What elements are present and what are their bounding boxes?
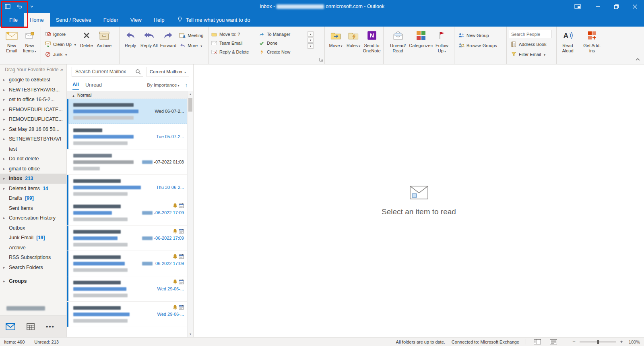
- categorize-button[interactable]: Categorize: [410, 28, 432, 58]
- zoom-in-button[interactable]: +: [619, 339, 624, 345]
- folder-item[interactable]: Outbox: [0, 223, 66, 233]
- tab-view[interactable]: View: [124, 13, 148, 27]
- new-email-button[interactable]: New Email: [3, 28, 21, 58]
- more-modules-icon[interactable]: [46, 323, 55, 330]
- clean-up-button[interactable]: Clean Up: [43, 40, 78, 48]
- search-scope-dropdown[interactable]: Current Mailbox: [147, 67, 189, 77]
- folder-item[interactable]: Do not delete: [0, 154, 66, 164]
- expander-icon[interactable]: [3, 216, 9, 220]
- email-list-item[interactable]: -07-2022 01:08: [67, 149, 187, 175]
- scrollbar-down-icon[interactable]: [188, 331, 193, 337]
- reply-all-button[interactable]: Reply All: [139, 28, 159, 58]
- zoom-out-button[interactable]: −: [572, 339, 576, 345]
- browse-groups-button[interactable]: Browse Groups: [456, 41, 499, 50]
- quickstep-reply-delete[interactable]: Reply & Delete: [211, 48, 258, 56]
- filter-email-button[interactable]: Filter Email: [509, 50, 551, 58]
- forward-button[interactable]: Forward: [159, 28, 178, 58]
- tab-file[interactable]: File: [3, 13, 24, 27]
- folder-item[interactable]: ost to office 16-5-2...: [0, 95, 66, 105]
- minimize-button[interactable]: [588, 0, 607, 13]
- folder-item[interactable]: REMOVEDUPLICATE...: [0, 105, 66, 115]
- email-list-item[interactable]: Wed 29-06-...: [67, 276, 187, 302]
- tab-home[interactable]: Home: [24, 13, 50, 27]
- expander-icon[interactable]: [3, 186, 9, 191]
- email-list-item[interactable]: Wed 06-07-2...: [67, 99, 187, 124]
- email-list-item[interactable]: Tue 05-07-2...: [67, 124, 187, 149]
- expander-icon[interactable]: [3, 167, 9, 171]
- mail-module-icon[interactable]: [6, 323, 15, 330]
- email-list-item[interactable]: -06-2022 17:09: [67, 251, 187, 276]
- ignore-button[interactable]: Ignore: [43, 30, 78, 38]
- collapse-folder-pane-icon[interactable]: [60, 67, 63, 73]
- email-list-item[interactable]: Wed 29-06-...: [67, 302, 187, 327]
- search-icon[interactable]: [135, 69, 141, 76]
- sort-dropdown[interactable]: By Importance: [147, 83, 179, 87]
- expander-icon[interactable]: [3, 157, 9, 161]
- customize-quick-access-icon[interactable]: [28, 3, 35, 10]
- expander-icon[interactable]: [3, 97, 9, 102]
- expander-icon[interactable]: [3, 265, 9, 269]
- address-book-button[interactable]: Address Book: [509, 40, 551, 48]
- restore-button[interactable]: [607, 0, 625, 13]
- filter-all-tab[interactable]: All: [72, 80, 79, 90]
- tab-send-receive[interactable]: Send / Receive: [50, 13, 97, 27]
- scrollbar-up-icon[interactable]: [188, 91, 193, 97]
- more-respond-button[interactable]: More: [178, 41, 205, 50]
- folder-item[interactable]: Sat May 28 16 06 50...: [0, 124, 66, 135]
- display-settings-icon[interactable]: [570, 0, 585, 13]
- folder-item[interactable]: test: [0, 144, 66, 154]
- scroll-up-icon[interactable]: ▴: [308, 31, 314, 37]
- expander-icon[interactable]: [3, 108, 9, 112]
- tab-folder[interactable]: Folder: [97, 13, 124, 27]
- quickstep-create-new[interactable]: Create New: [258, 48, 306, 56]
- move-button[interactable]: Move: [327, 28, 345, 58]
- expander-icon[interactable]: [3, 78, 9, 82]
- quickstep-done[interactable]: Done: [258, 39, 306, 47]
- new-items-button[interactable]: New Items: [21, 28, 39, 58]
- meeting-button[interactable]: Meeting: [178, 31, 205, 39]
- dialog-launcher-icon[interactable]: [319, 56, 323, 63]
- pane-icon[interactable]: [4, 3, 11, 10]
- folder-item[interactable]: NEWTESTBYRAVIG...: [0, 85, 66, 95]
- search-people-input[interactable]: [509, 30, 551, 38]
- normal-view-button[interactable]: [533, 339, 542, 345]
- zoom-slider[interactable]: [580, 342, 616, 342]
- folder-item[interactable]: Junk Email [19]: [0, 233, 66, 243]
- filter-unread-tab[interactable]: Unread: [85, 80, 102, 90]
- read-aloud-button[interactable]: A Read Aloud: [559, 28, 577, 58]
- scroll-down-icon[interactable]: ▾: [308, 37, 314, 43]
- folder-item[interactable]: Deleted Items 14: [0, 184, 66, 194]
- expander-icon[interactable]: [3, 279, 9, 283]
- folder-item[interactable]: Inbox 213: [0, 174, 66, 184]
- search-input[interactable]: [72, 67, 143, 77]
- close-button[interactable]: [625, 0, 644, 13]
- folder-item[interactable]: gmail to office: [0, 164, 66, 174]
- sort-direction-icon[interactable]: [185, 82, 188, 88]
- collapse-ribbon-icon[interactable]: [636, 55, 640, 62]
- list-scrollbar[interactable]: [187, 91, 193, 337]
- unread-read-button[interactable]: Unread/ Read: [386, 28, 410, 58]
- folder-item[interactable]: Groups: [0, 276, 66, 286]
- folder-item[interactable]: REMOVEDUPLICATE...: [0, 114, 66, 124]
- send-to-onenote-button[interactable]: N Send to OneNote: [362, 28, 381, 58]
- quickstep-team-email[interactable]: Team Email: [211, 39, 258, 47]
- folder-item[interactable]: RSS Subscriptions: [0, 253, 66, 263]
- follow-up-button[interactable]: Follow Up: [432, 28, 452, 58]
- email-list-item[interactable]: -06-2022 17:09: [67, 226, 187, 251]
- archive-button[interactable]: Archive: [95, 28, 113, 58]
- delete-button[interactable]: Delete: [78, 28, 95, 58]
- quickstep-move-to[interactable]: Move to: ?: [211, 31, 258, 38]
- email-list-item[interactable]: -06-2022 17:09: [67, 200, 187, 226]
- group-header-normal[interactable]: Normal: [67, 91, 193, 99]
- folder-item[interactable]: Drafts [99]: [0, 193, 66, 203]
- tell-me-box[interactable]: Tell me what you want to do: [178, 13, 250, 27]
- email-list-item[interactable]: Thu 30-06-2...: [67, 175, 187, 200]
- reply-button[interactable]: Reply: [122, 28, 139, 58]
- folder-item[interactable]: google to o365test: [0, 75, 66, 85]
- expander-icon[interactable]: [3, 137, 9, 141]
- expander-icon[interactable]: [3, 117, 9, 121]
- folder-item[interactable]: SETNEWTESTBYRAVI: [0, 134, 66, 144]
- more-quick-steps-icon[interactable]: ▾: [308, 44, 314, 49]
- folder-item[interactable]: Conversation History: [0, 213, 66, 223]
- calendar-module-icon[interactable]: [27, 323, 35, 330]
